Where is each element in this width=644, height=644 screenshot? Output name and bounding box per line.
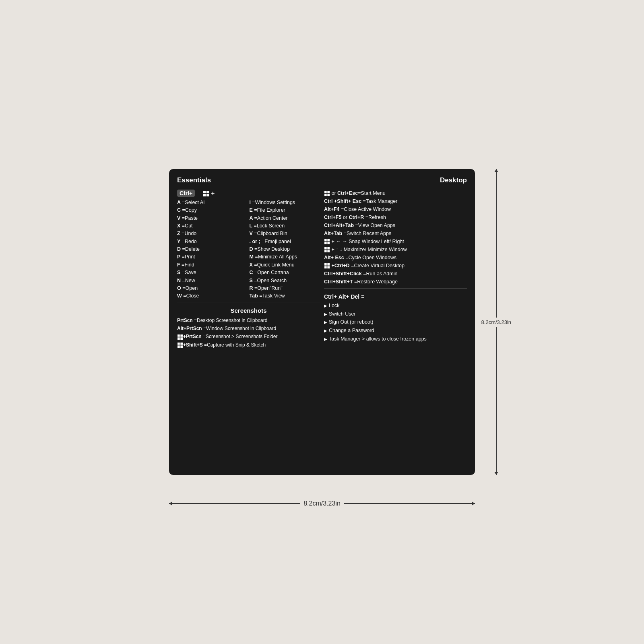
desktop-shortcut-line: Alt+F4 =Close Active Window <box>324 205 467 213</box>
svg-rect-20 <box>324 247 327 250</box>
svg-rect-6 <box>178 337 180 340</box>
svg-rect-19 <box>327 242 330 245</box>
svg-rect-7 <box>180 337 183 340</box>
arrow-right <box>344 503 475 504</box>
left-section: Essentials Ctrl+ + <box>177 176 320 468</box>
desktop-shortcut-line: Ctrl+F5 or Ctrl+R =Refresh <box>324 213 467 221</box>
svg-rect-13 <box>327 191 330 193</box>
svg-rect-26 <box>324 266 327 269</box>
cad-item: Switch User <box>324 310 467 318</box>
screenshot-line: PrtScn =Desktop Screenshot in Clipboard <box>177 316 320 324</box>
svg-rect-25 <box>327 263 330 266</box>
shortcut-line: . or ; =Emoji panel <box>250 238 320 246</box>
svg-rect-10 <box>178 345 180 348</box>
svg-rect-1 <box>206 191 209 193</box>
svg-rect-22 <box>324 250 327 253</box>
shortcut-line: R =Open"Run" <box>250 285 320 292</box>
svg-rect-18 <box>324 242 327 245</box>
divider-right <box>324 288 467 289</box>
dim-right-label: 8.2cm/3.23in <box>481 318 511 327</box>
shortcut-line: P =Print <box>177 253 248 261</box>
windows-logo-icon <box>203 191 209 196</box>
screenshot-line: Alt+PrtScn =Window Screenshot in Clipboa… <box>177 324 320 332</box>
shortcut-line: D =Delete <box>177 246 248 253</box>
svg-rect-15 <box>327 194 330 196</box>
top-keys-row: Ctrl+ + <box>177 189 320 197</box>
shortcut-line: S =Open Search <box>250 277 320 285</box>
shortcut-line: V =Paste <box>177 215 248 222</box>
svg-rect-5 <box>180 334 183 337</box>
shortcut-line: A =Select All <box>177 199 248 206</box>
desktop-shortcuts-list: or Ctrl+Esc=Start MenuCtrl +Shift+ Esc =… <box>324 189 467 286</box>
screenshots-title: Screenshots <box>177 307 320 314</box>
shortcut-line: X =Quick Link Menu <box>250 261 320 269</box>
shortcut-line: Y =Redo <box>177 238 248 246</box>
outer-container: Essentials Ctrl+ + <box>141 141 503 503</box>
shortcut-line: I =Windows Settings <box>250 199 320 206</box>
shortcut-line: V =Clipboard Bin <box>250 230 320 237</box>
screenshots-section: Screenshots PrtScn =Desktop Screenshot i… <box>177 307 320 349</box>
essentials-title: Essentials <box>177 176 211 184</box>
arrow-left <box>169 503 300 504</box>
desktop-shortcut-line: Alt+Tab =Switch Recent Apps <box>324 229 467 237</box>
desktop-title: Desktop <box>440 176 467 184</box>
svg-rect-11 <box>180 345 183 348</box>
svg-rect-9 <box>180 343 183 345</box>
svg-rect-2 <box>203 194 206 196</box>
arrow-top <box>496 169 497 318</box>
shortcut-line: A =Action Center <box>250 215 320 222</box>
svg-rect-3 <box>206 194 209 196</box>
shortcut-line: N =New <box>177 277 248 285</box>
svg-rect-14 <box>324 194 327 196</box>
cad-title: Ctrl+ Alt+ Del = <box>324 293 467 300</box>
desktop-shortcut-line: +Ctrl+D =Create Virtual Desktop <box>324 262 467 270</box>
shortcut-line: L =Lock Screen <box>250 222 320 230</box>
shortcut-line: Tab =Task View <box>250 292 320 300</box>
desktop-shortcut-line: Ctrl+Shift+Click =Run as Admin <box>324 270 467 278</box>
desktop-shortcut-line: or Ctrl+Esc=Start Menu <box>324 189 467 197</box>
screenshot-line: +PrtScn =Screenshot > Screenshots Folder <box>177 332 320 341</box>
right-section: Desktop or Ctrl+Esc=Start MenuCtrl +Shif… <box>324 176 467 468</box>
desktop-shortcut-line: Ctrl+Alt+Tab =View Open Apps <box>324 221 467 229</box>
svg-rect-27 <box>327 266 330 269</box>
shortcut-line: E =File Explorer <box>250 206 320 214</box>
svg-rect-17 <box>327 239 330 242</box>
desktop-shortcut-line: + ← → Snap Window Left/ Right <box>324 237 467 246</box>
essentials-col1: A =Select AllC =CopyV =PasteX =CutZ =Und… <box>177 199 248 300</box>
desktop-shortcut-line: Alt+ Esc =Cycle Open Windows <box>324 254 467 262</box>
shortcut-line: C =Open Cortana <box>250 269 320 277</box>
shortcut-line: M =Minimize All Apps <box>250 253 320 261</box>
svg-rect-8 <box>178 343 180 345</box>
dimension-right: 8.2cm/3.23in <box>481 169 511 475</box>
ctrl-badge: Ctrl+ <box>177 189 195 197</box>
shortcut-line: D =Show Desktop <box>250 246 320 253</box>
shortcut-line: O =Open <box>177 285 248 292</box>
cad-items-list: LockSwitch UserSign Out (or reboot)Chang… <box>324 301 467 343</box>
dim-bottom-label: 8.2cm/3.23in <box>300 500 344 507</box>
essentials-shortcuts: A =Select AllC =CopyV =PasteX =CutZ =Und… <box>177 199 320 300</box>
divider <box>177 303 320 303</box>
desktop-shortcut-line: Ctrl +Shift+ Esc =Task Manager <box>324 197 467 205</box>
svg-rect-23 <box>327 250 330 253</box>
desktop-shortcut-line: + ↑ ↓ Maximize/ Minimize Window <box>324 246 467 254</box>
svg-rect-4 <box>178 334 180 337</box>
cad-item: Change a Password <box>324 326 467 335</box>
screenshot-line: +Shift+S =Capture with Snip & Sketch <box>177 341 320 349</box>
keyboard-shortcut-card: Essentials Ctrl+ + <box>169 169 475 475</box>
svg-rect-24 <box>324 263 327 266</box>
shortcut-line: Z =Undo <box>177 230 248 237</box>
cad-item: Lock <box>324 301 467 310</box>
shortcut-line: X =Cut <box>177 222 248 230</box>
shortcut-line: S =Save <box>177 269 248 277</box>
cad-item: Sign Out (or reboot) <box>324 318 467 326</box>
dimension-bottom: 8.2cm/3.23in <box>169 500 475 507</box>
svg-rect-12 <box>324 191 327 193</box>
shortcut-line: W =Close <box>177 292 248 300</box>
arrow-bottom <box>496 327 497 475</box>
win-plus-row: + <box>203 190 215 196</box>
cad-section: Ctrl+ Alt+ Del = LockSwitch UserSign Out… <box>324 293 467 343</box>
screenshots-list: PrtScn =Desktop Screenshot in ClipboardA… <box>177 316 320 349</box>
essentials-col2: I =Windows SettingsE =File ExplorerA =Ac… <box>250 199 320 300</box>
svg-rect-0 <box>203 191 206 193</box>
svg-rect-16 <box>324 239 327 242</box>
